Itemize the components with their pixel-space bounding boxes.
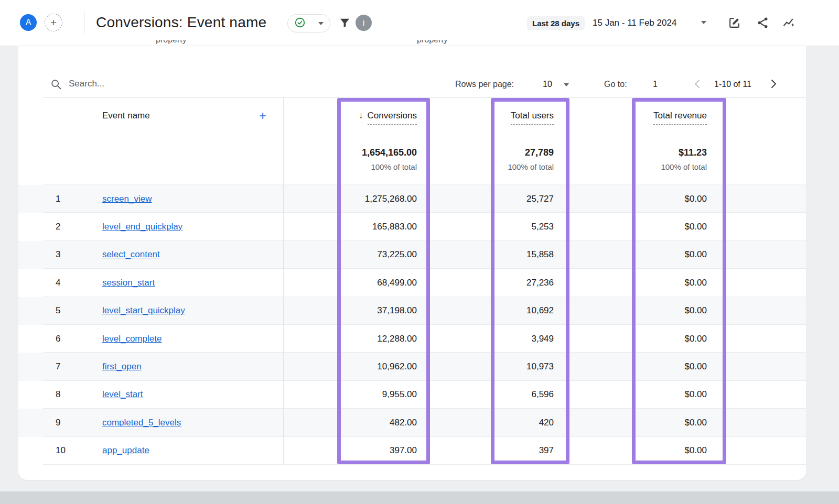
table-row: 7 first_open 10,962.00 10,973 $0.00 bbox=[18, 353, 806, 380]
event-name-link[interactable]: first_open bbox=[102, 361, 142, 371]
page-bottom-strip bbox=[0, 491, 839, 504]
table-row: 5 level_start_quickplay 37,198.00 10,692… bbox=[18, 297, 806, 325]
total-users-cell: 420 bbox=[417, 418, 554, 428]
total-users-cell: 15,858 bbox=[417, 249, 554, 260]
row-number: 7 bbox=[43, 361, 86, 372]
plus-icon: + bbox=[50, 16, 57, 29]
conversions-cell: 397.00 bbox=[283, 445, 417, 456]
filter-icon[interactable] bbox=[339, 17, 351, 31]
total-revenue-cell: $0.00 bbox=[554, 361, 707, 372]
header-divider bbox=[84, 12, 84, 34]
add-comparison-button[interactable]: + bbox=[45, 14, 62, 31]
total-revenue-total-pct: 100% of total bbox=[661, 162, 707, 171]
analytics-account-avatar[interactable]: A bbox=[20, 14, 37, 31]
row-number: 1 bbox=[43, 194, 86, 204]
add-dimension-icon[interactable]: + bbox=[259, 111, 266, 121]
table-row: 10 app_update 397.00 397 $0.00 bbox=[18, 437, 806, 465]
row-number: 6 bbox=[43, 334, 86, 344]
search-input[interactable] bbox=[69, 75, 236, 92]
total-users-total: 27,789 bbox=[525, 147, 554, 158]
total-users-cell: 397 bbox=[417, 445, 554, 456]
event-name-link[interactable]: select_content bbox=[102, 249, 160, 259]
total-revenue-cell: $0.00 bbox=[554, 249, 707, 260]
table-row: 8 level_start 9,955.00 6,596 $0.00 bbox=[18, 381, 806, 409]
event-name-link[interactable]: level_start bbox=[102, 389, 143, 399]
total-users-cell: 3,949 bbox=[417, 334, 554, 344]
rows-per-page-label: Rows per page: bbox=[455, 80, 514, 89]
conversions-cell: 73,225.00 bbox=[283, 249, 417, 260]
conversions-cell: 9,955.00 bbox=[283, 389, 417, 400]
event-name-cell: select_content bbox=[86, 249, 283, 260]
sort-descending-icon: ↓ bbox=[359, 111, 363, 121]
event-name-link[interactable]: session_start bbox=[102, 278, 155, 288]
total-users-cell: 10,692 bbox=[417, 305, 554, 316]
total-users-cell: 5,253 bbox=[417, 222, 554, 232]
table-body: 1 screen_view 1,275,268.00 25,727 $0.00 … bbox=[18, 185, 806, 465]
event-name-link[interactable]: level_start_quickplay bbox=[102, 305, 185, 315]
customize-report-icon[interactable] bbox=[728, 16, 741, 31]
share-icon[interactable] bbox=[756, 16, 769, 31]
totals-row: 1,654,165.00 100% of total 27,789 100% o… bbox=[18, 133, 806, 184]
total-users-total-pct: 100% of total bbox=[508, 162, 554, 171]
table-row: 1 screen_view 1,275,268.00 25,727 $0.00 bbox=[18, 185, 806, 213]
date-range-label[interactable]: Last 28 days bbox=[527, 16, 585, 30]
next-page-icon[interactable] bbox=[767, 78, 780, 92]
event-name-cell: screen_view bbox=[86, 194, 283, 204]
conversions-total: 1,654,165.00 bbox=[362, 147, 417, 158]
table-header: Event name + ↓ Conversions Total users T… bbox=[18, 98, 806, 184]
conversions-total-pct: 100% of total bbox=[371, 162, 417, 171]
event-name-cell: level_start_quickplay bbox=[86, 305, 283, 316]
column-header-event-name[interactable]: Event name bbox=[102, 111, 150, 121]
clipped-text-fragment-left: property bbox=[156, 40, 187, 46]
event-name-cell: first_open bbox=[86, 361, 283, 372]
event-name-cell: level_complete bbox=[86, 334, 283, 344]
column-header-total-revenue[interactable]: Total revenue bbox=[653, 111, 707, 125]
chevron-down-icon bbox=[318, 22, 324, 25]
event-name-link[interactable]: level_complete bbox=[102, 334, 162, 344]
total-revenue-cell: $0.00 bbox=[554, 222, 707, 232]
row-number: 3 bbox=[43, 249, 86, 260]
total-revenue-cell: $0.00 bbox=[554, 445, 707, 456]
check-circle-icon bbox=[294, 17, 306, 30]
event-name-link[interactable]: screen_view bbox=[102, 194, 152, 204]
table-row: 3 select_content 73,225.00 15,858 $0.00 bbox=[18, 241, 806, 269]
event-name-cell: app_update bbox=[86, 445, 283, 456]
column-header-total-users[interactable]: Total users bbox=[511, 111, 554, 125]
table-row: 9 completed_5_levels 482.00 420 $0.00 bbox=[18, 409, 806, 436]
column-header-conversions[interactable]: Conversions bbox=[368, 111, 417, 125]
go-to-page-value[interactable]: 1 bbox=[653, 80, 658, 89]
total-users-cell: 27,236 bbox=[417, 278, 554, 288]
pagination-range: 1-10 of 11 bbox=[714, 80, 751, 89]
event-name-cell: level_end_quickplay bbox=[86, 222, 283, 232]
report-card: Rows per page: 10 Go to: 1 1-10 of 11 Ev… bbox=[18, 46, 806, 480]
total-users-cell: 10,973 bbox=[417, 361, 554, 372]
conversions-cell: 165,883.00 bbox=[283, 222, 417, 232]
total-revenue-cell: $0.00 bbox=[554, 278, 707, 288]
conversions-cell: 482.00 bbox=[283, 418, 417, 428]
table-row: 2 level_end_quickplay 165,883.00 5,253 $… bbox=[18, 213, 806, 240]
search-icon bbox=[50, 79, 62, 92]
event-name-link[interactable]: level_end_quickplay bbox=[102, 222, 182, 232]
total-revenue-cell: $0.00 bbox=[554, 334, 707, 344]
date-range-value[interactable]: 15 Jan - 11 Feb 2024 bbox=[593, 18, 676, 28]
insights-icon[interactable] bbox=[782, 16, 795, 31]
page-title: Conversions: Event name bbox=[96, 14, 266, 31]
date-chevron-down-icon[interactable] bbox=[701, 21, 706, 24]
go-to-label: Go to: bbox=[604, 80, 627, 89]
report-saved-status-control[interactable] bbox=[287, 14, 330, 32]
conversions-cell: 37,198.00 bbox=[283, 305, 417, 316]
event-name-cell: session_start bbox=[86, 278, 283, 288]
row-number: 5 bbox=[43, 305, 86, 316]
rows-per-page-chevron-down-icon[interactable] bbox=[564, 83, 569, 86]
row-number: 2 bbox=[43, 222, 86, 232]
total-revenue-cell: $0.00 bbox=[554, 194, 707, 204]
table-row: 4 session_start 68,499.00 27,236 $0.00 bbox=[18, 269, 806, 297]
total-users-cell: 25,727 bbox=[417, 194, 554, 204]
event-name-link[interactable]: completed_5_levels bbox=[102, 418, 181, 428]
rows-per-page-value[interactable]: 10 bbox=[543, 80, 552, 89]
previous-page-icon[interactable] bbox=[691, 78, 704, 92]
user-avatar[interactable]: I bbox=[356, 15, 372, 31]
table-row: 6 level_complete 12,288.00 3,949 $0.00 bbox=[18, 325, 806, 353]
table-toolbar: Rows per page: 10 Go to: 1 1-10 of 11 bbox=[18, 46, 806, 98]
event-name-link[interactable]: app_update bbox=[102, 445, 149, 455]
